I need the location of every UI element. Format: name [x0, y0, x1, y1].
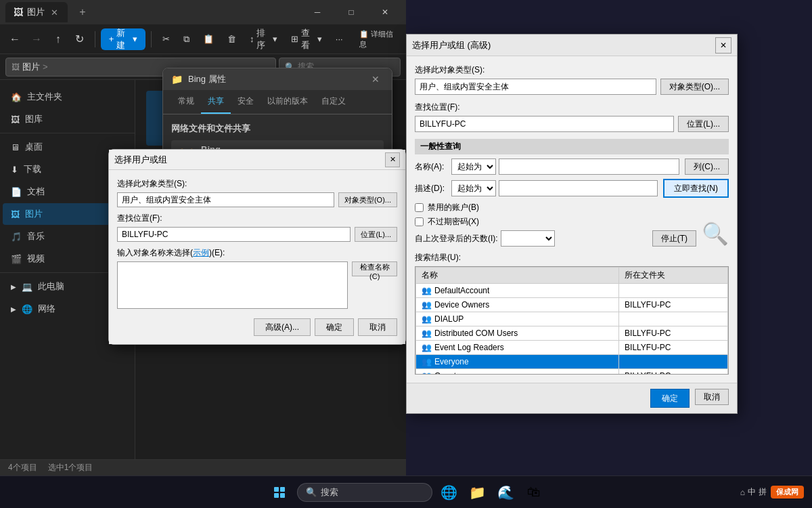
- disabled-accounts-checkbox[interactable]: [415, 203, 424, 212]
- names-textarea[interactable]: [117, 261, 348, 309]
- cancel-button[interactable]: 取消: [358, 318, 397, 336]
- taskbar-explorer-icon[interactable]: 🌐: [436, 480, 461, 505]
- forward-button[interactable]: →: [27, 28, 46, 50]
- location-section: 查找位置(F): BILLYFU-PC 位置(L)...: [117, 213, 397, 242]
- name-input[interactable]: [499, 158, 679, 175]
- result-name-cell[interactable]: 👥Everyone: [416, 355, 619, 369]
- results-container[interactable]: 名称 所在文件夹 👥DefaultAccount👥Device OwnersBI…: [415, 266, 729, 375]
- taskbar: 🔍 搜索 🌐 📁 🌊 🛍 ⌂ 中 拼 保成网: [0, 475, 812, 508]
- result-name-cell[interactable]: 👥Distributed COM Users: [416, 326, 619, 341]
- adv-footer: 确定 取消: [407, 383, 737, 413]
- more-button[interactable]: ···: [330, 28, 348, 50]
- music-icon: 🎵: [11, 232, 22, 242]
- result-name-cell[interactable]: 👥Device Owners: [416, 298, 619, 312]
- bing-props-tabs: 常规 共享 安全 以前的版本 自定义: [163, 90, 392, 114]
- home-icon: 🏠: [11, 92, 22, 102]
- disabled-accounts-row: 禁用的账户(B): [415, 202, 647, 213]
- name-select[interactable]: 起始为: [451, 158, 496, 175]
- result-name-cell[interactable]: 👥Event Log Readers: [416, 341, 619, 355]
- no-expire-pwd-row: 不过期密码(X): [415, 216, 647, 228]
- ime-indicator[interactable]: 中: [748, 486, 756, 498]
- selected-count: 选中1个项目: [48, 462, 93, 473]
- sidebar-item-gallery[interactable]: 🖼 图库: [3, 108, 132, 130]
- tab-close-button[interactable]: ✕: [49, 7, 60, 18]
- adv-body: 选择此对象类型(S): 用户、组或内置安全主体 对象类型(O)... 查找位置(…: [407, 56, 737, 383]
- tab-general[interactable]: 常规: [171, 90, 201, 114]
- ok-button[interactable]: 确定: [315, 318, 354, 336]
- result-name-cell[interactable]: 👥DIALUP: [416, 312, 619, 326]
- desc-input[interactable]: [499, 180, 658, 196]
- refresh-button[interactable]: ↻: [70, 28, 89, 50]
- select-user-dialog: 选择用户或组 ✕ 选择此对象类型(S): 用户、组或内置安全主体 对象类型(O)…: [108, 149, 406, 345]
- taskbar-store-icon[interactable]: 🛍: [522, 480, 546, 505]
- no-expire-pwd-checkbox[interactable]: [415, 217, 424, 226]
- desc-select[interactable]: 起始为: [451, 180, 496, 196]
- check-names-button[interactable]: 检查名称(C): [352, 261, 397, 276]
- close-button[interactable]: ✕: [369, 0, 401, 24]
- bing-props-close-button[interactable]: ✕: [367, 71, 384, 87]
- user-group-icon: 👥: [422, 286, 432, 295]
- explorer-tab[interactable]: 🖼 图片 ✕: [5, 2, 68, 22]
- adv-location-button[interactable]: 位置(L)...: [678, 116, 729, 132]
- result-name-cell[interactable]: 👥DefaultAccount: [416, 284, 619, 298]
- new-button[interactable]: + 新建 ▾: [101, 28, 145, 50]
- taskbar-search[interactable]: 🔍 搜索: [297, 483, 432, 502]
- tab-customize[interactable]: 自定义: [315, 90, 353, 114]
- details-button[interactable]: 📋 详细信息: [354, 28, 401, 50]
- adv-ok-button[interactable]: 确定: [650, 389, 690, 408]
- result-location-cell: [619, 284, 728, 298]
- select-user-close-button[interactable]: ✕: [385, 152, 400, 167]
- days-select[interactable]: [501, 230, 555, 247]
- results-table: 名称 所在文件夹 👥DefaultAccount👥Device OwnersBI…: [415, 267, 728, 375]
- pictures-icon: 🖼: [11, 209, 20, 219]
- adv-close-button[interactable]: ✕: [715, 37, 731, 54]
- stop-button[interactable]: 停止(T): [652, 230, 696, 247]
- select-user-advanced-dialog: 选择用户或组 (高级) ✕ 选择此对象类型(S): 用户、组或内置安全主体 对象…: [406, 34, 738, 414]
- maximize-button[interactable]: □: [336, 0, 367, 24]
- minimize-button[interactable]: ─: [302, 0, 333, 24]
- disabled-accounts-label: 禁用的账户(B): [428, 202, 479, 213]
- tab-security[interactable]: 安全: [231, 90, 261, 114]
- adv-object-type-button[interactable]: 对象类型(O)...: [660, 79, 729, 95]
- delete-button[interactable]: 🗑: [222, 28, 242, 50]
- find-now-button[interactable]: 立即查找(N): [663, 179, 729, 198]
- new-tab-button[interactable]: +: [73, 3, 92, 22]
- tray-extra: 拼: [759, 486, 767, 498]
- result-name-cell[interactable]: 👥Guest: [416, 369, 619, 375]
- back-button[interactable]: ←: [5, 28, 24, 50]
- cut-button[interactable]: ✂: [157, 28, 175, 50]
- taskbar-folder-icon[interactable]: 📁: [465, 480, 489, 505]
- user-group-icon: 👥: [422, 357, 432, 366]
- videos-icon: 🎬: [11, 254, 22, 264]
- network-expand-icon: ▶: [11, 305, 16, 313]
- result-location-cell: BILLYFU-PC: [619, 341, 728, 355]
- view-button[interactable]: ⊞ 查看 ▾: [286, 28, 327, 50]
- start-button[interactable]: [266, 479, 293, 506]
- enter-names-label: 输入对象名称来选择(示例)(E):: [117, 247, 397, 259]
- taskbar-search-label: 搜索: [321, 486, 338, 499]
- network-icon: 🌐: [22, 304, 32, 314]
- tab-share[interactable]: 共享: [201, 90, 231, 114]
- adv-cancel-button[interactable]: 取消: [695, 389, 729, 405]
- taskbar-center: 🔍 搜索 🌐 📁 🌊 🛍: [266, 479, 546, 506]
- tab-label: 图片: [27, 6, 45, 18]
- object-type-section: 选择此对象类型(S): 用户、组或内置安全主体 对象类型(O)...: [117, 178, 397, 207]
- user-group-icon: 👥: [422, 300, 432, 310]
- up-button[interactable]: ↑: [49, 28, 68, 50]
- tab-previous[interactable]: 以前的版本: [261, 90, 315, 114]
- taskbar-search-icon: 🔍: [306, 487, 317, 497]
- new-icon: +: [109, 34, 114, 44]
- object-type-button[interactable]: 对象类型(O)...: [338, 192, 397, 207]
- example-link[interactable]: 示例: [193, 248, 209, 257]
- taskbar-edge-icon[interactable]: 🌊: [493, 480, 518, 505]
- sort-button[interactable]: ↕ 排序 ▾: [244, 28, 283, 50]
- sidebar-item-home[interactable]: 🏠 主文件夹: [3, 86, 132, 108]
- adv-object-type-section: 选择此对象类型(S): 用户、组或内置安全主体 对象类型(O)...: [415, 64, 729, 95]
- paste-button[interactable]: 📋: [198, 28, 219, 50]
- location-button[interactable]: 位置(L)...: [355, 227, 397, 242]
- advanced-button[interactable]: 高级(A)...: [254, 318, 311, 336]
- copy-button[interactable]: ⧉: [178, 28, 195, 50]
- columns-button[interactable]: 列(C)...: [685, 158, 729, 175]
- select-user-body: 选择此对象类型(S): 用户、组或内置安全主体 对象类型(O)... 查找位置(…: [109, 170, 405, 344]
- status-bar: 4个项目 选中1个项目: [0, 459, 406, 475]
